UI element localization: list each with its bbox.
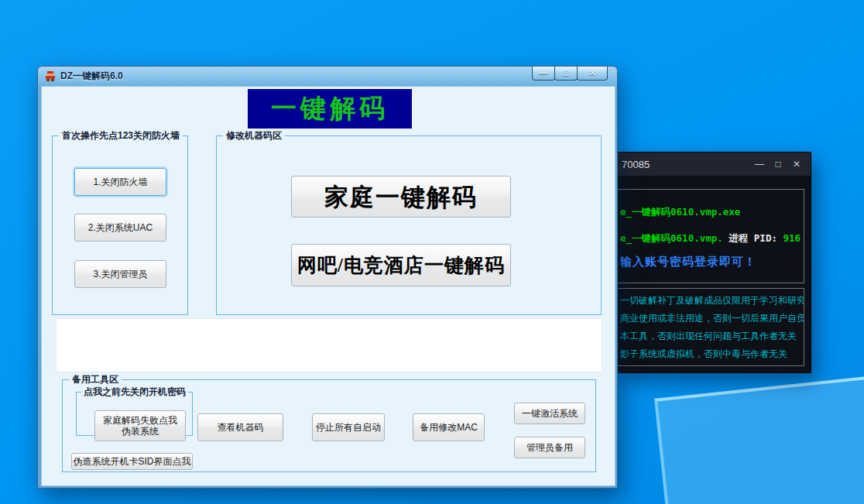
home-decode-button[interactable]: 家庭一键解码 [291, 176, 511, 218]
disclaimer-line: 商业使用或非法用途，否则一切后果用户自负 [620, 310, 804, 327]
main-window-title: DZ一键解码6.0 [60, 70, 123, 83]
group-boot-password: 点我之前先关闭开机密码 家庭解码失败点我 伪装系统 [76, 392, 193, 436]
console-process-label: 进程 PID: [729, 232, 783, 244]
log-textarea[interactable] [56, 318, 602, 372]
stop-autostart-button[interactable]: 停止所有自启动 [312, 413, 385, 441]
group-boot-password-label: 点我之前先关闭开机密码 [81, 386, 188, 398]
console-process-pid: 916 [783, 232, 801, 244]
app-icon [44, 70, 57, 83]
admin-backup-button[interactable]: 管理员备用 [514, 437, 585, 458]
home-decode-fail-line2: 伪装系统 [122, 426, 159, 437]
close-uac-button[interactable]: 2.关闭系统UAC [74, 214, 166, 242]
console-disclaimer-box: 一切破解补丁及破解成品仅限用于学习和研究 商业使用或非法用途，否则一切后果用户自… [617, 288, 804, 366]
console-window-title: 70085 [622, 159, 650, 170]
main-titlebar[interactable]: DZ一键解码6.0 [38, 67, 617, 86]
console-process-line: e_一键解码0610.vmp. 进程 PID: 916 [620, 230, 801, 245]
disclaimer-line: 影子系统或虚拟机，否则中毒与作者无关 [620, 345, 804, 363]
console-process-prefix: e_一键解码0610.vmp. [620, 232, 729, 244]
console-status-box: e_一键解码0610.vmp.exe e_一键解码0610.vmp. 进程 PI… [617, 189, 804, 283]
fake-sid-button[interactable]: 伪造系统开机卡SID界面点我 [71, 453, 193, 470]
console-caption-buttons: — □ ✕ [750, 153, 806, 176]
console-exe-line: e_一键解码0610.vmp.exe [620, 206, 740, 219]
view-machine-code-button[interactable]: 查看机器码 [197, 413, 283, 441]
group-machine-code-label: 修改机器码区 [223, 130, 285, 142]
home-decode-fail-button[interactable]: 家庭解码失败点我 伪装系统 [94, 410, 186, 441]
console-login-line: 输入账号密码登录即可！ [620, 255, 756, 269]
main-client-area: 一键解码 首次操作先点123关闭防火墙 1.关闭防火墙 2.关闭系统UAC 3.… [41, 86, 615, 486]
close-admin-button[interactable]: 3.关闭管理员 [74, 260, 166, 288]
console-titlebar[interactable]: 70085 — □ ✕ [617, 153, 811, 176]
desktop: 70085 — □ ✕ e_一键解码0610.vmp.exe e_一键解码061… [0, 0, 864, 504]
wallpaper-tilted-square [654, 369, 864, 504]
close-firewall-button[interactable]: 1.关闭防火墙 [74, 168, 166, 196]
console-body: e_一键解码0610.vmp.exe e_一键解码0610.vmp. 进程 PI… [617, 176, 811, 372]
cafe-hotel-decode-button[interactable]: 网吧/电竞酒店一键解码 [291, 244, 511, 286]
home-decode-fail-line1: 家庭解码失败点我 [103, 415, 177, 426]
main-caption-buttons: — □ ✕ [533, 67, 608, 81]
minimize-icon[interactable]: — [532, 67, 555, 81]
disclaimer-line: 本工具，否则出现任何问题与工具作者无关 [620, 327, 804, 345]
maximize-icon[interactable]: □ [769, 153, 787, 176]
disclaimer-line: 一切破解补丁及破解成品仅限用于学习和研究 [620, 292, 804, 310]
banner-title: 一键解码 [248, 89, 412, 129]
group-backup-tools: 备用工具区 点我之前先关闭开机密码 家庭解码失败点我 伪装系统 伪造系统开机卡S… [62, 379, 596, 472]
maximize-icon[interactable]: □ [554, 67, 578, 81]
console-window: 70085 — □ ✕ e_一键解码0610.vmp.exe e_一键解码061… [616, 152, 811, 373]
close-icon[interactable]: ✕ [787, 153, 806, 176]
main-window: DZ一键解码6.0 — □ ✕ 一键解码 首次操作先点123关闭防火墙 1.关闭… [37, 66, 618, 489]
backup-modify-mac-button[interactable]: 备用修改MAC [413, 413, 485, 441]
close-icon[interactable]: ✕ [577, 67, 608, 81]
activate-system-button[interactable]: 一键激活系统 [514, 403, 585, 424]
minimize-icon[interactable]: — [750, 153, 769, 176]
group-firewall: 首次操作先点123关闭防火墙 1.关闭防火墙 2.关闭系统UAC 3.关闭管理员 [52, 135, 188, 315]
group-firewall-label: 首次操作先点123关闭防火墙 [59, 130, 183, 142]
group-backup-tools-label: 备用工具区 [69, 374, 122, 386]
group-machine-code: 修改机器码区 家庭一键解码 网吧/电竞酒店一键解码 [216, 135, 602, 315]
